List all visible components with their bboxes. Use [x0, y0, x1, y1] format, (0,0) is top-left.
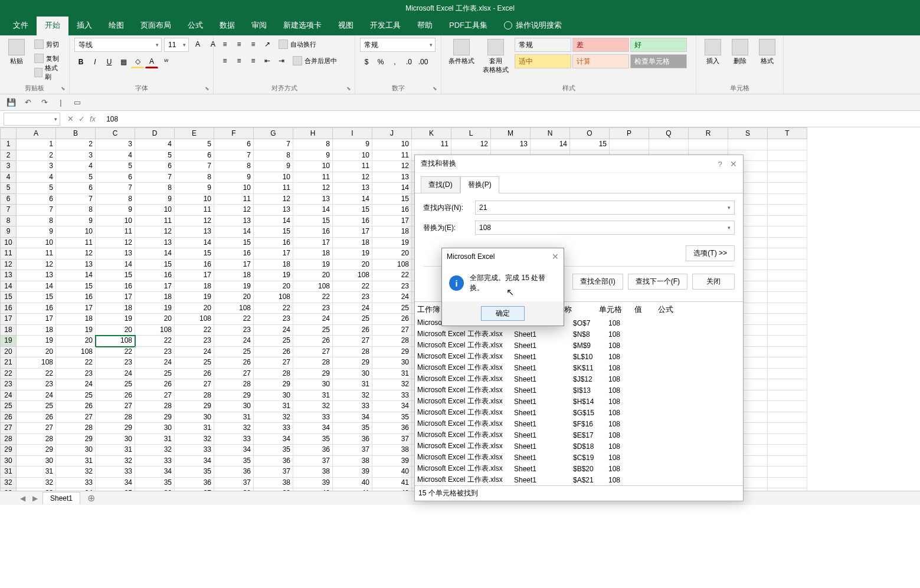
cell[interactable]: 18 — [293, 248, 333, 259]
cell[interactable]: 38 — [333, 456, 372, 467]
cell[interactable]: 20 — [17, 347, 56, 358]
bold-button[interactable]: B — [74, 55, 87, 68]
indent-inc-button[interactable]: ⇥ — [275, 54, 288, 67]
cell[interactable]: 13 — [333, 183, 372, 194]
result-row[interactable]: Microsoft Excel 工作表.xlsxSheet1$A$21108 — [415, 474, 743, 485]
cell[interactable] — [768, 456, 807, 467]
cell[interactable]: 12 — [254, 194, 293, 205]
cell[interactable]: 32 — [96, 456, 135, 467]
cell[interactable]: 10 — [17, 238, 56, 249]
cell[interactable]: 27 — [372, 325, 412, 336]
cell[interactable]: 30 — [56, 445, 96, 456]
format-cells-button[interactable]: 格式 — [755, 38, 779, 67]
cell[interactable]: 34 — [372, 401, 412, 412]
ribbon-tab-审阅[interactable]: 审阅 — [243, 15, 275, 35]
cell[interactable]: 2 — [17, 150, 56, 162]
cell[interactable]: 14 — [214, 226, 254, 238]
cell[interactable]: 32 — [17, 478, 56, 489]
cell[interactable]: 26 — [372, 314, 412, 325]
cell[interactable]: 13 — [175, 226, 214, 238]
cell[interactable]: 13 — [491, 139, 531, 150]
cell[interactable]: 30 — [96, 434, 135, 445]
cell[interactable]: 108 — [135, 325, 175, 336]
cell[interactable]: 12 — [372, 161, 412, 172]
cell[interactable]: 34 — [175, 456, 214, 467]
cell[interactable]: 9 — [17, 226, 56, 238]
cell[interactable]: 28 — [17, 434, 56, 445]
cell[interactable]: 25 — [293, 325, 333, 336]
cell[interactable]: 34 — [254, 434, 293, 445]
cell[interactable]: 31 — [293, 390, 333, 402]
cell[interactable]: 8 — [254, 150, 293, 162]
row-head[interactable]: 4 — [0, 172, 17, 183]
cell[interactable]: 16 — [135, 270, 175, 281]
cell[interactable]: 6 — [96, 172, 135, 183]
cell[interactable]: 32 — [372, 379, 412, 390]
cell[interactable]: 30 — [135, 423, 175, 434]
cell[interactable]: 36 — [372, 423, 412, 434]
clipboard-launcher[interactable]: ⬊ — [61, 86, 68, 93]
copy-button[interactable]: 复制 — [32, 52, 64, 65]
result-row[interactable]: Microsoft Excel 工作表.xlsxSheet1$L$10108 — [415, 351, 743, 362]
phonetic-button[interactable]: ᵂ — [159, 55, 172, 68]
row-head[interactable]: 28 — [0, 434, 17, 445]
cell[interactable]: 26 — [56, 401, 96, 412]
options-button[interactable]: 选项(T) >> — [686, 245, 735, 261]
cell[interactable] — [768, 205, 807, 216]
cell[interactable]: 26 — [293, 336, 333, 347]
cell[interactable]: 10 — [96, 216, 135, 227]
cell[interactable]: 30 — [214, 401, 254, 412]
cell[interactable]: 8 — [56, 205, 96, 216]
touch-mode-button[interactable]: ▭ — [71, 96, 84, 109]
cell[interactable]: 31 — [56, 456, 96, 467]
cell[interactable]: 29 — [254, 379, 293, 390]
cell[interactable]: 29 — [96, 423, 135, 434]
cut-button[interactable]: 剪切 — [32, 38, 64, 51]
cell[interactable]: 30 — [175, 412, 214, 423]
result-row[interactable]: Microsoft Excel 工作表.xlsxSheet1$H$14108 — [415, 396, 743, 407]
cell[interactable]: 20 — [372, 248, 412, 259]
cell[interactable]: 14 — [293, 205, 333, 216]
result-row[interactable]: Microsoft Excel 工作表.xlsxSheet1$C$19108 — [415, 452, 743, 463]
paste-button[interactable]: 粘贴 — [5, 38, 28, 67]
cell[interactable]: 11 — [56, 238, 96, 249]
cell[interactable]: 32 — [56, 467, 96, 478]
cell[interactable]: 25 — [372, 303, 412, 314]
cell[interactable]: 25 — [333, 314, 372, 325]
find-next-button[interactable]: 查找下一个(F) — [628, 274, 687, 290]
cell[interactable]: 11 — [96, 226, 135, 238]
cell[interactable]: 36 — [254, 456, 293, 467]
cell[interactable]: 33 — [254, 423, 293, 434]
cell[interactable]: 28 — [293, 357, 333, 369]
cell[interactable]: 3 — [17, 161, 56, 172]
cell[interactable]: 18 — [56, 314, 96, 325]
cell[interactable]: 27 — [175, 379, 214, 390]
cell[interactable]: 35 — [135, 478, 175, 489]
row-head[interactable]: 11 — [0, 248, 17, 259]
cell[interactable]: 15 — [96, 270, 135, 281]
cell[interactable]: 19 — [333, 248, 372, 259]
cell[interactable]: 25 — [135, 369, 175, 380]
cell[interactable] — [768, 259, 807, 271]
cell[interactable]: 12 — [135, 226, 175, 238]
cell[interactable]: 38 — [293, 467, 333, 478]
cell[interactable]: 28 — [56, 423, 96, 434]
cell[interactable]: 31 — [17, 467, 56, 478]
cell[interactable]: 3 — [96, 139, 135, 150]
row-head[interactable]: 12 — [0, 259, 17, 271]
cell[interactable]: 13 — [254, 205, 293, 216]
col-head-I[interactable]: I — [333, 127, 372, 139]
cell[interactable]: 27 — [333, 336, 372, 347]
cell[interactable]: 18 — [17, 325, 56, 336]
style-check[interactable]: 检查单元格 — [630, 54, 687, 68]
cell[interactable]: 5 — [96, 161, 135, 172]
save-button[interactable]: 💾 — [5, 96, 18, 109]
cell[interactable]: 35 — [333, 423, 372, 434]
sheet-nav-prev[interactable]: ◀ — [18, 494, 28, 502]
cell[interactable]: 14 — [96, 259, 135, 271]
row-head[interactable]: 10 — [0, 238, 17, 249]
find-all-button[interactable]: 查找全部(I) — [572, 274, 623, 290]
undo-button[interactable]: ↶ — [21, 96, 34, 109]
cell[interactable]: 37 — [254, 467, 293, 478]
row-head[interactable]: 27 — [0, 423, 17, 434]
